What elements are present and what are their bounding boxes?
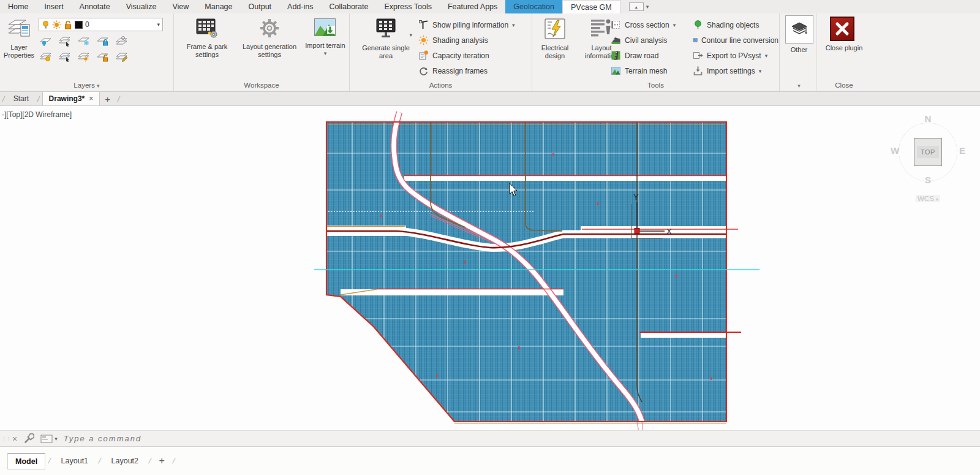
chevron-down-icon: ▾	[324, 50, 327, 58]
layer-properties-icon	[6, 17, 32, 41]
tab-view[interactable]: View	[164, 0, 197, 13]
terrain-mesh-icon	[611, 66, 621, 76]
layout-tab-bar: Model / Layout1 / Layout2 / + /	[0, 447, 980, 475]
export-icon	[693, 50, 703, 61]
draw-road-icon	[611, 50, 621, 61]
viewcube-east[interactable]: E	[959, 145, 965, 156]
cross-section-item[interactable]: Cross section ▾	[611, 17, 692, 32]
drawing-viewport[interactable]: Y X -][Top][2D Wireframe] N W TOP E S WC…	[0, 106, 980, 430]
tab-featured-apps[interactable]: Featured Apps	[440, 0, 505, 13]
electrical-design-label: Electrical design	[535, 44, 575, 60]
layer-dropdown[interactable]: 0 ▾	[39, 18, 163, 31]
gear-icon	[258, 18, 281, 40]
tab-collaborate[interactable]: Collaborate	[321, 0, 376, 13]
layer-unlock-icon[interactable]	[96, 51, 110, 63]
export-to-pvsyst-item[interactable]: Export to PVsyst ▾	[693, 48, 778, 63]
chevron-down-icon: ▾	[409, 31, 412, 39]
layer-lock-icon[interactable]	[96, 35, 110, 47]
layout-generation-settings-button[interactable]: Layout generation settings	[236, 15, 303, 59]
electrical-design-button[interactable]: Electrical design	[535, 15, 575, 60]
tab-pvcase-gm[interactable]: PVcase GM	[562, 0, 620, 13]
import-settings-item[interactable]: Import settings ▾	[693, 63, 778, 78]
layer-freeze-icon[interactable]	[77, 35, 91, 47]
tab-annotate[interactable]: Annotate	[72, 0, 118, 13]
viewcube-wcs-menu[interactable]: WCS ▾	[916, 195, 940, 202]
drag-handle-icon[interactable]: ⋮⋮	[1, 436, 6, 441]
other-panel-dropdown[interactable]: ▾	[782, 82, 816, 89]
layer-thaw-icon[interactable]	[77, 51, 91, 63]
draw-road-item[interactable]: Draw road	[611, 48, 692, 63]
layer-isolate-icon[interactable]	[58, 51, 72, 63]
tab-separator: /	[170, 457, 178, 465]
shading-analysis-item[interactable]: Shading analysis	[418, 32, 515, 48]
frame-park-settings-button[interactable]: Frame & park settings	[180, 15, 234, 59]
import-terrain-button[interactable]: Import terrain ▾	[305, 15, 345, 58]
import-settings-icon	[693, 66, 703, 76]
chevron-down-icon: ▾	[157, 21, 160, 28]
layers-stack-icon[interactable]	[115, 35, 129, 47]
other-button-label: Other	[782, 46, 816, 53]
white-band-left-mid	[341, 289, 564, 295]
electrical-design-icon	[544, 18, 566, 42]
layer-properties-label: Layer Properties	[1, 44, 37, 59]
tab-add-ins[interactable]: Add-ins	[279, 0, 321, 13]
layer-walk-icon[interactable]	[39, 35, 53, 47]
close-command-icon[interactable]: ×	[12, 434, 17, 444]
piling-icon	[418, 20, 429, 30]
capacity-iteration-item[interactable]: Capacity iteration	[418, 48, 515, 63]
tab-output[interactable]: Output	[241, 0, 280, 13]
terrain-mesh-item[interactable]: Terrain mesh	[611, 63, 692, 78]
layout2-tab[interactable]: Layout2	[104, 454, 146, 468]
command-input[interactable]	[64, 434, 309, 443]
drawing-tab[interactable]: Drawing3* ×	[42, 92, 100, 105]
bulb-icon	[42, 20, 50, 29]
model-tab[interactable]: Model	[7, 453, 45, 469]
layer-properties-button[interactable]: Layer Properties	[1, 15, 37, 59]
collapse-up-icon: ▴	[629, 2, 644, 11]
contour-line-conversion-item[interactable]: Contour line conversion	[693, 32, 778, 48]
ucs-y-label: Y	[633, 192, 639, 202]
tab-visualize[interactable]: Visualize	[118, 0, 165, 13]
layer-match-icon[interactable]	[58, 35, 72, 47]
tab-geolocation[interactable]: Geolocation	[505, 0, 562, 13]
wrench-icon[interactable]	[23, 433, 34, 444]
layer-on-icon[interactable]	[39, 51, 53, 63]
tab-insert[interactable]: Insert	[36, 0, 71, 13]
new-drawing-button[interactable]: +	[100, 92, 115, 105]
tab-manage[interactable]: Manage	[197, 0, 240, 13]
reassign-frames-item[interactable]: Reassign frames	[418, 63, 515, 78]
tab-home[interactable]: Home	[0, 0, 36, 13]
generate-single-area-label: Generate single area	[358, 44, 413, 60]
white-band-upper	[404, 175, 726, 181]
layout1-tab[interactable]: Layout1	[54, 454, 96, 468]
start-tab[interactable]: Start	[7, 92, 35, 105]
viewcube-south[interactable]: S	[925, 175, 931, 185]
other-button[interactable]	[785, 15, 813, 44]
panel-label-tools: Tools	[532, 82, 779, 89]
civil-analysis-item[interactable]: Civil analysis	[611, 32, 692, 48]
file-tab-bar: / Start / Drawing3* × + /	[0, 92, 980, 106]
viewcube[interactable]: N W TOP E S WCS ▾	[894, 113, 962, 211]
chevron-down-icon: ▾	[97, 83, 100, 89]
recent-commands-control[interactable]: ▾	[40, 435, 58, 443]
new-layout-button[interactable]: +	[154, 455, 170, 466]
panel-tools: Electrical design Layout information Cro…	[532, 13, 780, 91]
show-piling-information-item[interactable]: Show piling information ▾	[418, 17, 515, 32]
close-plugin-label: Close plugin	[816, 44, 872, 52]
viewcube-west[interactable]: W	[891, 145, 899, 156]
viewcube-top-face[interactable]: TOP	[914, 138, 942, 166]
layer-edit-icon[interactable]	[115, 51, 129, 63]
close-plugin-button[interactable]	[830, 17, 854, 41]
panel-label-layers[interactable]: Layers ▾	[0, 82, 173, 89]
generate-single-area-button[interactable]: Generate single area ▾	[358, 15, 413, 60]
viewport-controls-label[interactable]: -][Top][2D Wireframe]	[2, 110, 72, 119]
drawing-canvas[interactable]: Y X	[0, 106, 980, 430]
tab-express-tools[interactable]: Express Tools	[376, 0, 440, 13]
current-layer-name: 0	[85, 20, 89, 29]
shading-objects-item[interactable]: Shading objects	[693, 17, 778, 32]
chevron-down-icon: ▾	[759, 68, 762, 74]
chevron-down-icon: ▾	[646, 4, 649, 10]
ribbon-collapse-control[interactable]: ▴ ▾	[629, 0, 649, 13]
close-tab-icon[interactable]: ×	[89, 94, 93, 103]
command-window-icon	[40, 435, 53, 443]
